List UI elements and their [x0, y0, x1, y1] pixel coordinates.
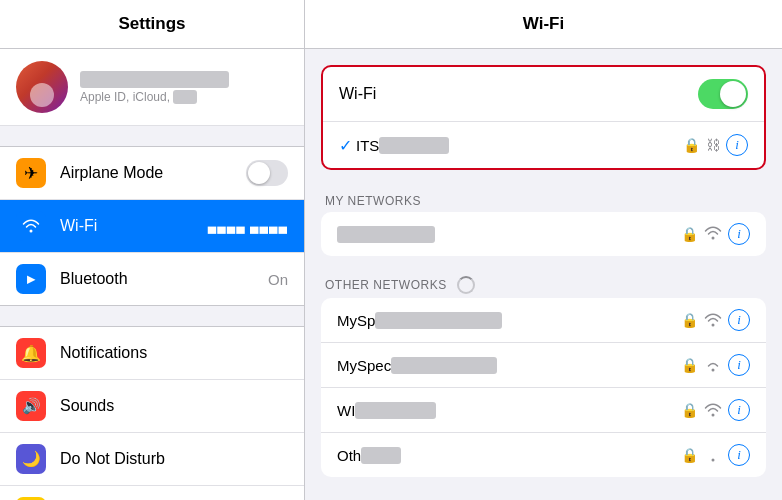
- my-network-info-icon[interactable]: i: [728, 223, 750, 245]
- profile-sub: Apple ID, iCloud, ██: [80, 90, 229, 104]
- wifi-section: Wi-Fi ✓ ITS ██ ██ █ 🔒 ⛓ i: [321, 65, 766, 170]
- network-item[interactable]: MySp ████ ███ ██ █ 🔒 i: [321, 298, 766, 343]
- sidebar-item-wifi[interactable]: Wi-Fi ▄▄▄▄ ▄▄▄▄: [0, 200, 304, 253]
- sounds-label: Sounds: [60, 397, 288, 415]
- profile-name: ██████ ██████: [80, 71, 229, 88]
- other-networks-list: MySp ████ ███ ██ █ 🔒 i MySpec ████ ██ █ …: [321, 298, 766, 477]
- current-network-row[interactable]: ✓ ITS ██ ██ █ 🔒 ⛓ i: [323, 122, 764, 168]
- profile-row[interactable]: ██████ ██████ Apple ID, iCloud, ██: [0, 49, 304, 126]
- network-item[interactable]: Oth ███ 🔒 i: [321, 433, 766, 477]
- wifi-label: Wi-Fi: [60, 217, 208, 235]
- settings-group-2: 🔔 Notifications 🔊 Sounds 🌙 Do Not Distur…: [0, 326, 304, 500]
- panel-title: Wi-Fi: [305, 0, 782, 49]
- sidebar-item-donotdisturb[interactable]: 🌙 Do Not Disturb: [0, 433, 304, 486]
- my-lock-icon: 🔒: [681, 226, 698, 242]
- sidebar-item-airplane[interactable]: ✈ Airplane Mode: [0, 147, 304, 200]
- network-name-3: Oth ███: [337, 447, 681, 464]
- network-item[interactable]: MySpec ████ ██ █ █ 🔒 i: [321, 343, 766, 388]
- network-item[interactable]: WI ████ █ █ 🔒 i: [321, 388, 766, 433]
- sidebar-title: Settings: [0, 0, 304, 49]
- info-icon-3[interactable]: i: [728, 444, 750, 466]
- profile-info: ██████ ██████ Apple ID, iCloud, ██: [80, 71, 229, 104]
- network-name-2: WI ████ █ █: [337, 402, 681, 419]
- wifi-signal-bars: ▄▄▄▄ ▄▄▄▄: [208, 219, 288, 233]
- sidebar-item-sounds[interactable]: 🔊 Sounds: [0, 380, 304, 433]
- bluetooth-label: Bluetooth: [60, 270, 268, 288]
- sidebar-item-screentime[interactable]: ⏱ Screen Time: [0, 486, 304, 500]
- lock-icon-0: 🔒: [681, 312, 698, 328]
- chain-icon: ⛓: [706, 137, 720, 153]
- network-icons-2: 🔒 i: [681, 399, 750, 421]
- airplane-toggle[interactable]: [246, 160, 288, 186]
- my-networks-list: ████ ████ 🔒 i: [321, 212, 766, 256]
- airplane-label: Airplane Mode: [60, 164, 246, 182]
- my-network-item[interactable]: ████ ████ 🔒 i: [321, 212, 766, 256]
- wifi-bars-right: ▄▄▄▄ ▄▄▄▄: [208, 219, 288, 233]
- notifications-icon: 🔔: [16, 338, 46, 368]
- settings-group-1: ✈ Airplane Mode Wi-Fi ▄▄▄▄ ▄▄▄▄ ▸ Bl: [0, 146, 304, 306]
- current-checkmark: ✓: [339, 136, 352, 155]
- current-network-icons: 🔒 ⛓ i: [683, 134, 748, 156]
- lock-icon-2: 🔒: [681, 402, 698, 418]
- wifi-icon-3: [704, 448, 722, 462]
- network-name-1: MySpec ████ ██ █ █: [337, 357, 681, 374]
- wifi-icon-1: [704, 358, 722, 372]
- wifi-icon: [16, 211, 46, 241]
- notifications-label: Notifications: [60, 344, 288, 362]
- wifi-icon-2: [704, 403, 722, 417]
- avatar: [16, 61, 68, 113]
- panel-content: Wi-Fi ✓ ITS ██ ██ █ 🔒 ⛓ i MY NETWORKS: [305, 49, 782, 500]
- info-icon[interactable]: i: [726, 134, 748, 156]
- bluetooth-icon: ▸: [16, 264, 46, 294]
- my-network-name: ████ ████: [337, 226, 681, 243]
- sidebar-item-bluetooth[interactable]: ▸ Bluetooth On: [0, 253, 304, 305]
- lock-icon-1: 🔒: [681, 357, 698, 373]
- info-icon-0[interactable]: i: [728, 309, 750, 331]
- airplane-icon: ✈: [16, 158, 46, 188]
- settings-sidebar: Settings ██████ ██████ Apple ID, iCloud,…: [0, 0, 305, 500]
- my-wifi-icon: [704, 226, 722, 243]
- sidebar-item-notifications[interactable]: 🔔 Notifications: [0, 327, 304, 380]
- current-network-name: ITS ██ ██ █: [356, 137, 449, 154]
- my-networks-label: MY NETWORKS: [321, 186, 766, 212]
- network-name-0: MySp ████ ███ ██ █: [337, 312, 681, 329]
- my-network-icons: 🔒 i: [681, 223, 750, 245]
- other-networks-label: OTHER NETWORKS: [321, 268, 766, 298]
- donotdisturb-icon: 🌙: [16, 444, 46, 474]
- wifi-main-toggle[interactable]: [698, 79, 748, 109]
- airplane-right: [246, 160, 288, 186]
- bluetooth-value: On: [268, 271, 288, 288]
- info-icon-1[interactable]: i: [728, 354, 750, 376]
- lock-icon-3: 🔒: [681, 447, 698, 463]
- bluetooth-right: On: [268, 271, 288, 288]
- main-panel: Wi-Fi Wi-Fi ✓ ITS ██ ██ █ 🔒 ⛓ i: [305, 0, 782, 500]
- sounds-icon: 🔊: [16, 391, 46, 421]
- loading-spinner: [457, 276, 475, 294]
- network-icons-3: 🔒 i: [681, 444, 750, 466]
- info-icon-2[interactable]: i: [728, 399, 750, 421]
- wifi-icon-0: [704, 313, 722, 327]
- network-icons-1: 🔒 i: [681, 354, 750, 376]
- donotdisturb-label: Do Not Disturb: [60, 450, 288, 468]
- network-icons-0: 🔒 i: [681, 309, 750, 331]
- lock-icon: 🔒: [683, 137, 700, 153]
- wifi-toggle-row[interactable]: Wi-Fi: [323, 67, 764, 122]
- wifi-toggle-label: Wi-Fi: [339, 85, 698, 103]
